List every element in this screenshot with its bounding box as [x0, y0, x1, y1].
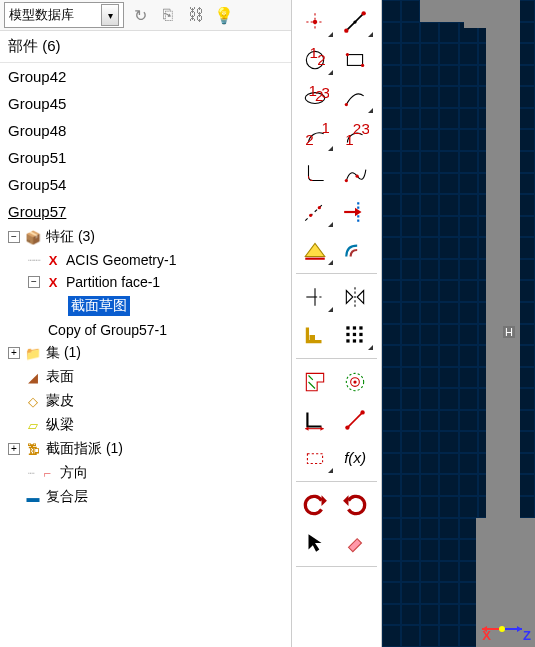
svg-point-23 — [345, 179, 348, 182]
arc-center-tool[interactable]: 21 — [296, 120, 334, 152]
lightbulb-icon[interactable]: 💡 — [212, 3, 236, 27]
svg-point-24 — [356, 175, 359, 178]
model-geometry — [486, 28, 520, 518]
svg-line-48 — [309, 376, 313, 380]
section-sketch-node[interactable]: 截面草图 — [0, 293, 291, 319]
tree-group-item[interactable]: Group42 — [0, 63, 291, 90]
axis-triad-icon — [477, 607, 527, 637]
model-geometry — [420, 0, 520, 22]
construction-line-tool[interactable] — [296, 196, 334, 228]
arc-tangent-tool[interactable] — [336, 82, 374, 114]
redo-tool[interactable] — [336, 489, 374, 521]
svg-text:3: 3 — [362, 123, 370, 137]
surface-node[interactable]: ◢ 表面 — [0, 365, 291, 389]
invalid-icon: X — [44, 274, 62, 290]
svg-rect-46 — [353, 339, 356, 342]
skin-node[interactable]: ◇ 蒙皮 — [0, 389, 291, 413]
svg-marker-65 — [482, 626, 487, 632]
tree-group-item[interactable]: Group54 — [0, 171, 291, 198]
extend-to-tool[interactable] — [336, 196, 374, 228]
trim-tool[interactable] — [296, 281, 334, 313]
sets-node[interactable]: + 📁 集 (1) — [0, 341, 291, 365]
point-tool[interactable] — [296, 6, 334, 38]
svg-point-12 — [361, 64, 364, 67]
svg-line-56 — [347, 412, 362, 427]
rectangle-tool[interactable] — [336, 44, 374, 76]
tree-group-item[interactable]: Group45 — [0, 90, 291, 117]
svg-text:2: 2 — [353, 123, 361, 137]
measure-tool[interactable] — [336, 404, 374, 436]
offset-tool[interactable] — [336, 234, 374, 266]
svg-text:2: 2 — [317, 51, 325, 68]
skin-icon: ◇ — [24, 393, 42, 409]
svg-marker-55 — [320, 427, 323, 431]
svg-point-58 — [360, 410, 364, 414]
line-tool[interactable] — [336, 6, 374, 38]
collapse-icon[interactable]: − — [8, 231, 20, 243]
concentric-tool[interactable] — [336, 366, 374, 398]
expand-icon[interactable]: + — [8, 443, 20, 455]
fillet-tool[interactable] — [296, 158, 334, 190]
parameter-tool[interactable]: f(x) — [336, 442, 374, 474]
project-tool[interactable] — [296, 234, 334, 266]
svg-line-49 — [309, 382, 316, 389]
svg-marker-37 — [357, 291, 364, 304]
select-box-tool[interactable] — [296, 442, 334, 474]
svg-text:2: 2 — [305, 131, 313, 148]
pattern-tool[interactable] — [336, 319, 374, 351]
svg-point-6 — [353, 20, 356, 23]
tree-group-item[interactable]: Group48 — [0, 117, 291, 144]
svg-marker-63 — [309, 534, 322, 551]
parts-header[interactable]: 部件 (6) — [0, 31, 291, 63]
stringer-icon: ▱ — [24, 417, 42, 433]
stringer-node[interactable]: ▱ 纵梁 — [0, 413, 291, 437]
refresh-icon[interactable]: ↻ — [128, 3, 152, 27]
svg-marker-67 — [517, 626, 522, 632]
ellipse-tool[interactable]: 123 — [296, 82, 334, 114]
3d-viewport[interactable]: H X Z — [382, 0, 535, 647]
tree-group-item[interactable]: Group51 — [0, 144, 291, 171]
copy-node[interactable]: Copy of Group57-1 — [0, 319, 291, 341]
mirror-tool[interactable] — [336, 281, 374, 313]
sets-icon: 📁 — [24, 345, 42, 361]
erase-tool[interactable] — [336, 527, 374, 559]
svg-text:1: 1 — [322, 123, 330, 136]
spline-tool[interactable] — [336, 158, 374, 190]
db-dropdown[interactable]: 模型数据库 ▾ — [4, 2, 124, 28]
direction-node[interactable]: ┈ ⌐ 方向 — [0, 461, 291, 485]
partition-face-node[interactable]: − X Partition face-1 — [0, 271, 291, 293]
dimension-tool[interactable] — [296, 404, 334, 436]
part-icon: 📦 — [24, 229, 42, 245]
folder-up-icon[interactable]: ⎘ — [156, 3, 180, 27]
dropdown-caret-icon[interactable]: ▾ — [101, 4, 119, 26]
svg-line-25 — [305, 203, 323, 220]
circle-tool[interactable]: 12 — [296, 44, 334, 76]
tree-group-item-active[interactable]: Group57 — [0, 198, 291, 225]
svg-text:f(x): f(x) — [344, 449, 366, 466]
composite-node[interactable]: ▬ 复合层 — [0, 485, 291, 509]
cursor-tool[interactable] — [296, 527, 334, 559]
svg-point-52 — [353, 380, 356, 383]
arc-3point-tool[interactable]: 123 — [336, 120, 374, 152]
svg-rect-38 — [310, 335, 315, 340]
svg-rect-47 — [359, 339, 362, 342]
section-tool[interactable] — [296, 366, 334, 398]
undo-tool[interactable] — [296, 489, 334, 521]
corner-tool[interactable] — [296, 319, 334, 351]
model-tree[interactable]: 部件 (6) Group42 Group45 Group48 Group51 G… — [0, 31, 291, 647]
svg-rect-45 — [346, 339, 349, 342]
svg-point-11 — [346, 53, 349, 56]
svg-rect-39 — [346, 326, 349, 329]
svg-rect-59 — [307, 454, 322, 464]
expand-icon[interactable]: + — [8, 347, 20, 359]
collapse-icon[interactable]: − — [28, 276, 40, 288]
svg-rect-41 — [359, 326, 362, 329]
section-assign-node[interactable]: + 🗜 截面指派 (1) — [0, 437, 291, 461]
db-toolbar: 模型数据库 ▾ ↻ ⎘ ⛓ 💡 — [0, 0, 291, 31]
svg-point-5 — [362, 11, 366, 15]
svg-point-17 — [345, 103, 348, 106]
link-icon[interactable]: ⛓ — [184, 3, 208, 27]
svg-rect-10 — [347, 55, 362, 66]
features-node[interactable]: − 📦 特征 (3) — [0, 225, 291, 249]
acis-geometry-node[interactable]: ┈┈ X ACIS Geometry-1 — [0, 249, 291, 271]
